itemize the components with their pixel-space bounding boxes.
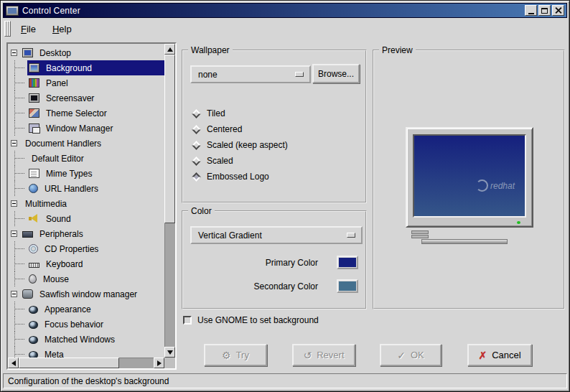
scroll-down-button[interactable] bbox=[164, 347, 175, 358]
menu-file[interactable]: File bbox=[14, 21, 42, 37]
expander-icon[interactable] bbox=[11, 291, 17, 297]
try-button[interactable]: ⚙ Try bbox=[204, 344, 267, 366]
wallpaper-options: TiledCenteredScaled (keep aspect)ScaledE… bbox=[192, 106, 360, 185]
tree-item-keyboard[interactable]: Keyboard bbox=[8, 256, 164, 271]
tree-item-content: Keyboard bbox=[27, 256, 164, 271]
menu-help[interactable]: Help bbox=[46, 21, 78, 37]
control-center-window: Control Center File Help DesktopBackgrou… bbox=[0, 0, 570, 392]
cancel-icon: ✗ bbox=[478, 350, 487, 360]
tree-item-sound[interactable]: Sound bbox=[8, 211, 164, 226]
redhat-swirl-icon bbox=[476, 179, 488, 192]
panel-icon bbox=[29, 78, 39, 88]
horizontal-scroll-thumb[interactable] bbox=[19, 358, 119, 368]
tree-item-document-handlers[interactable]: Document Handlers bbox=[8, 136, 164, 151]
tree-item-theme-selector[interactable]: Theme Selector bbox=[8, 106, 164, 121]
scroll-left-button[interactable] bbox=[8, 358, 19, 368]
tree-item-background[interactable]: Background bbox=[8, 60, 164, 75]
browse-button[interactable]: Browse... bbox=[312, 64, 360, 83]
focus-icon bbox=[29, 321, 38, 329]
tree-item-window-manager[interactable]: Window Manager bbox=[8, 121, 164, 136]
cancel-button-label: Cancel bbox=[492, 350, 520, 360]
tree-item-focus-behavior[interactable]: Focus behavior bbox=[8, 317, 164, 332]
tree-item-multimedia[interactable]: Multimedia bbox=[8, 196, 164, 211]
secondary-color-swatch[interactable] bbox=[337, 279, 358, 293]
tree-item-peripherals[interactable]: Peripherals bbox=[8, 226, 164, 241]
radio-scaled[interactable]: Scaled bbox=[192, 153, 360, 169]
tree-item-desktop[interactable]: Desktop bbox=[8, 45, 164, 60]
expander-icon[interactable] bbox=[11, 50, 17, 56]
tree-item-matched-windows[interactable]: Matched Windows bbox=[8, 332, 164, 347]
tree-item-content: Screensaver bbox=[27, 90, 164, 106]
tree-item-content: Background bbox=[27, 60, 164, 75]
expander-icon[interactable] bbox=[11, 140, 17, 146]
expander-icon[interactable] bbox=[11, 200, 17, 207]
tree-item-url-handlers[interactable]: URL Handlers bbox=[8, 181, 164, 196]
expander-icon[interactable] bbox=[11, 230, 17, 237]
close-button[interactable] bbox=[552, 5, 564, 16]
url-icon bbox=[29, 184, 38, 193]
tree-item-content: Default Editor bbox=[27, 151, 164, 166]
minimize-button[interactable] bbox=[525, 5, 537, 16]
tree-item-content: Mime Types bbox=[27, 166, 164, 181]
vertical-scrollbar[interactable] bbox=[164, 44, 175, 358]
gradient-dropdown[interactable]: Vertical Gradient bbox=[190, 226, 363, 244]
scroll-up-button[interactable] bbox=[164, 44, 175, 55]
preview-screen: redhat bbox=[413, 134, 526, 218]
revert-button-label: Revert bbox=[317, 350, 344, 360]
radio-centered[interactable]: Centered bbox=[192, 121, 360, 137]
maximize-button[interactable] bbox=[538, 5, 551, 16]
tree-item-sawfish-window-manager[interactable]: Sawfish window manager bbox=[8, 286, 164, 302]
power-led bbox=[517, 221, 520, 224]
tree-item-panel[interactable]: Panel bbox=[8, 75, 164, 90]
revert-button[interactable]: ↺ Revert bbox=[292, 344, 355, 366]
tree-line bbox=[14, 218, 24, 219]
keyboard-icon bbox=[29, 263, 39, 268]
window-menu-icon[interactable] bbox=[6, 6, 19, 16]
cd-icon bbox=[29, 244, 38, 253]
tree-line bbox=[14, 67, 24, 68]
horizontal-scrollbar[interactable] bbox=[8, 358, 164, 368]
maximize-icon bbox=[541, 8, 548, 14]
tree-item-content: Sawfish window manager bbox=[21, 286, 164, 302]
radio-indicator-icon bbox=[192, 141, 201, 150]
tree-item-label: Background bbox=[43, 63, 95, 73]
tree-item-content: URL Handlers bbox=[27, 181, 164, 196]
tree-item-label: Focus behavior bbox=[42, 319, 106, 330]
menubar-gripper[interactable] bbox=[4, 21, 11, 37]
tree-item-meta[interactable]: Meta bbox=[8, 347, 164, 358]
primary-color-fill bbox=[339, 258, 356, 267]
cancel-button[interactable]: ✗ Cancel bbox=[467, 344, 532, 366]
radio-tiled[interactable]: Tiled bbox=[192, 106, 360, 121]
tree-item-mime-types[interactable]: Mime Types bbox=[8, 166, 164, 181]
tree-item-label: Peripherals bbox=[37, 229, 86, 239]
tree-line bbox=[14, 354, 24, 355]
tree-item-label: Mouse bbox=[40, 274, 72, 284]
radio-scaled-keep-aspect[interactable]: Scaled (keep aspect) bbox=[192, 137, 360, 153]
wallpaper-dropdown[interactable]: none bbox=[190, 65, 311, 83]
radio-embossed-logo[interactable]: Embossed Logo bbox=[192, 169, 360, 185]
dropdown-indicator-icon bbox=[295, 72, 304, 77]
primary-color-label: Primary Color bbox=[266, 258, 318, 268]
tree-item-appearance[interactable]: Appearance bbox=[8, 302, 164, 317]
tree-item-screensaver[interactable]: Screensaver bbox=[8, 90, 164, 106]
scroll-right-button[interactable] bbox=[154, 358, 164, 368]
tree-item-label: Mime Types bbox=[43, 169, 95, 179]
gnome-background-checkbox[interactable] bbox=[183, 316, 192, 325]
wallpaper-group: Wallpaper none Browse... TiledCenteredSc… bbox=[182, 50, 367, 203]
matched-icon bbox=[29, 336, 38, 344]
tree-item-content: CD Properties bbox=[27, 241, 164, 256]
radio-label: Scaled (keep aspect) bbox=[207, 140, 288, 150]
tree-item-label: Sawfish window manager bbox=[37, 289, 140, 299]
tree-item-default-editor[interactable]: Default Editor bbox=[8, 151, 164, 166]
primary-color-swatch[interactable] bbox=[337, 256, 358, 269]
tree-item-cd-properties[interactable]: CD Properties bbox=[8, 241, 164, 256]
secondary-color-label: Secondary Color bbox=[254, 281, 318, 291]
tree-item-content: Focus behavior bbox=[27, 317, 164, 332]
tree-item-mouse[interactable]: Mouse bbox=[8, 271, 164, 286]
ok-button[interactable]: ✓ OK bbox=[380, 344, 441, 366]
tree-item-content: Panel bbox=[27, 75, 164, 90]
titlebar[interactable]: Control Center bbox=[3, 3, 567, 18]
tree-item-content: Mouse bbox=[27, 271, 164, 286]
theme-icon bbox=[29, 108, 39, 118]
vertical-scroll-thumb[interactable] bbox=[164, 55, 175, 223]
